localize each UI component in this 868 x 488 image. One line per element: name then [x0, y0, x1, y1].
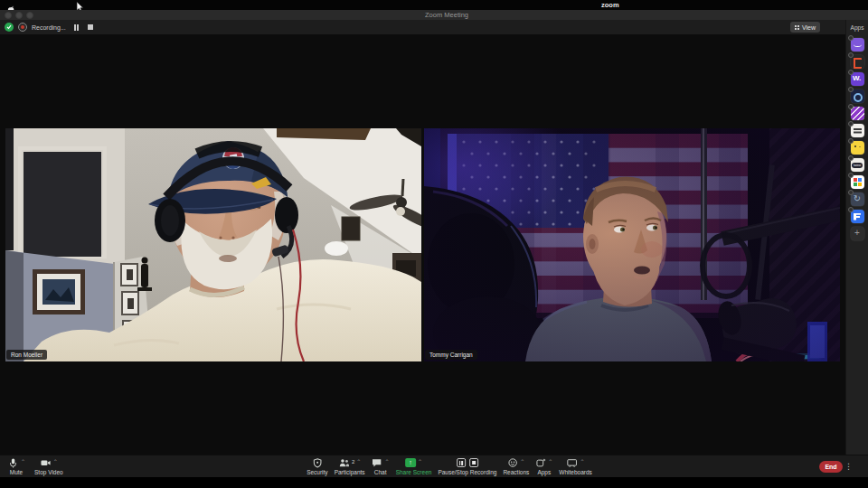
app-icon-1-squiggle[interactable]: [851, 38, 864, 52]
shield-icon: [312, 458, 323, 468]
minimize-window-button[interactable]: [15, 12, 23, 19]
app-icon-8-pill[interactable]: twine: [851, 158, 864, 172]
window-title: Zoom Meeting: [25, 11, 868, 19]
participant-name-label: Tommy Carrigan: [425, 350, 477, 360]
view-grid-icon: [795, 25, 799, 30]
close-window-button[interactable]: [5, 12, 12, 19]
encryption-shield-icon[interactable]: [5, 23, 14, 32]
record-dot-icon: [18, 23, 27, 32]
whiteboard-icon: [567, 458, 579, 468]
whiteboards-button[interactable]: ⌃ Whiteboards: [559, 458, 592, 475]
participants-count: 2: [352, 459, 354, 465]
more-options-icon[interactable]: ⋮: [844, 461, 853, 473]
reactions-chevron[interactable]: ⌃: [520, 459, 524, 465]
pause-recording-icon[interactable]: [457, 458, 466, 467]
app-icon-4-ring[interactable]: [851, 89, 864, 103]
window-title-bar: Zoom Meeting: [0, 10, 868, 20]
share-screen-icon: ↑: [405, 458, 416, 467]
apps-icon: [535, 458, 546, 468]
share-screen-button[interactable]: ↑ ⌃ Share Screen: [396, 458, 432, 475]
video-stage: Ron Moeller: [0, 34, 845, 455]
app-icon-3-text[interactable]: W.: [851, 72, 864, 86]
stop-video-button[interactable]: ⌃ Stop Video: [34, 458, 63, 475]
apps-panel-icons: W.twine↻+: [846, 38, 868, 240]
view-button[interactable]: View: [790, 22, 820, 33]
mute-button[interactable]: ⌃ Mute: [7, 458, 25, 475]
end-meeting-button[interactable]: End: [819, 461, 843, 473]
toolbar-left-group: ⌃ Mute ⌃ Stop Video: [7, 455, 63, 478]
reactions-icon: [507, 458, 518, 468]
stop-recording-icon[interactable]: [469, 458, 478, 467]
chat-chevron[interactable]: ⌃: [385, 459, 390, 465]
meeting-header: Recording... View: [0, 20, 845, 34]
chat-button[interactable]: ⌃ Chat: [372, 458, 390, 475]
app-icon-9-grid[interactable]: [851, 175, 864, 189]
stop-recording-icon[interactable]: [88, 24, 93, 30]
apps-panel-title: Apps: [846, 24, 868, 31]
app-icon-7-wink[interactable]: [851, 141, 864, 155]
tommy-video-scene: [424, 128, 840, 361]
app-icon-5-hatch[interactable]: [851, 107, 864, 120]
meeting-toolbar: ⌃ Mute ⌃ Stop Video Security: [0, 455, 868, 477]
participants-chevron[interactable]: ⌃: [356, 459, 361, 465]
recording-indicator: Recording...: [5, 20, 93, 34]
app-icon-11-shape[interactable]: [851, 210, 864, 223]
macos-menu-bar: zoom: [0, 0, 868, 10]
app-icon-10-cycle[interactable]: ↻: [851, 192, 864, 206]
ron-video-scene: [5, 128, 421, 361]
participants-icon: [338, 458, 350, 468]
video-tile-ron[interactable]: Ron Moeller: [5, 128, 421, 361]
mute-chevron[interactable]: ⌃: [21, 459, 25, 465]
desktop-strip: [0, 477, 868, 488]
pause-recording-icon[interactable]: [74, 24, 81, 31]
participant-name-label: Ron Moeller: [6, 350, 47, 360]
pause-stop-recording-button[interactable]: Pause/Stop Recording: [438, 458, 496, 475]
app-icon-12-plus[interactable]: +: [851, 227, 864, 240]
recording-label: Recording...: [32, 24, 66, 31]
participants-button[interactable]: 2 ⌃ Participants: [335, 458, 365, 475]
app-icon-6-lines[interactable]: [851, 124, 864, 137]
reactions-button[interactable]: ⌃ Reactions: [503, 458, 529, 475]
whiteboards-chevron[interactable]: ⌃: [580, 459, 585, 465]
apps-chevron[interactable]: ⌃: [548, 459, 552, 465]
security-button[interactable]: Security: [307, 458, 327, 475]
camera-icon: [40, 458, 52, 468]
app-icon-2-bracket[interactable]: [851, 55, 864, 69]
apps-button[interactable]: ⌃ Apps: [535, 458, 552, 475]
chat-icon: [372, 458, 383, 468]
menu-bar-app-name[interactable]: zoom: [601, 1, 619, 9]
microphone-icon: [7, 458, 19, 468]
stop-video-chevron[interactable]: ⌃: [53, 459, 58, 465]
apps-sidebar: Apps W.twine↻+: [845, 20, 868, 455]
toolbar-center-group: Security 2 ⌃ Participants ⌃: [307, 455, 592, 478]
share-screen-chevron[interactable]: ⌃: [418, 459, 422, 465]
video-tile-tommy[interactable]: Tommy Carrigan: [424, 128, 840, 361]
